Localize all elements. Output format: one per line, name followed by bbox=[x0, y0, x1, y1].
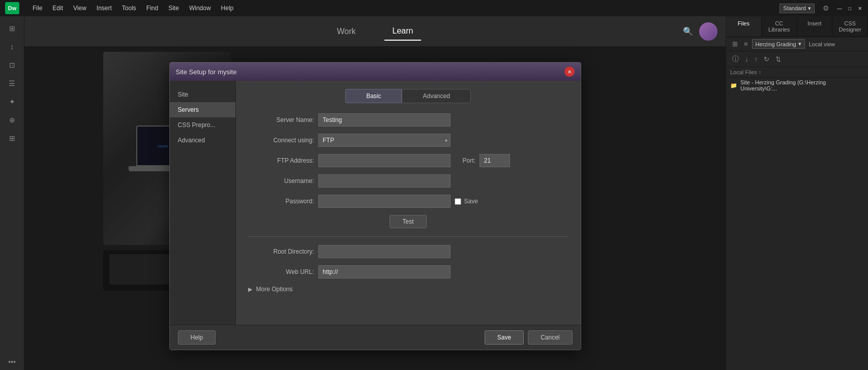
rp-icon-refresh[interactable]: ↻ bbox=[762, 54, 771, 64]
user-avatar[interactable] bbox=[699, 22, 717, 41]
menu-file[interactable]: File bbox=[28, 3, 46, 14]
dialog-close-button[interactable]: ✕ bbox=[564, 67, 575, 77]
connect-using-select[interactable]: FTP SFTP FTP over SSL/TLS Local/Network … bbox=[318, 134, 451, 147]
sidebar-icon-tools[interactable]: ✦ bbox=[3, 94, 21, 110]
rp-icon-sync[interactable]: ⇅ bbox=[773, 54, 783, 64]
tab-learn[interactable]: Learn bbox=[384, 22, 422, 41]
rp-icon-grid[interactable]: ⊞ bbox=[730, 39, 740, 49]
ftp-address-label: FTP Address: bbox=[248, 157, 314, 164]
main-content: Work Learn 🔍 mysite.html Respon bbox=[24, 16, 726, 370]
server-name-input[interactable] bbox=[318, 113, 451, 127]
tab-work[interactable]: Work bbox=[329, 23, 364, 40]
rp-view-label: Local view bbox=[809, 41, 835, 47]
menu-view[interactable]: View bbox=[69, 3, 91, 14]
rp-icon-down[interactable]: ↓ bbox=[743, 54, 751, 64]
chevron-right-icon: ▶ bbox=[248, 286, 252, 293]
rp-dropdown-grading[interactable]: Herzing Grading ▾ bbox=[752, 39, 805, 49]
save-button[interactable]: Save bbox=[485, 330, 524, 345]
menu-window[interactable]: Window bbox=[185, 3, 215, 14]
sidebar-icon-upload[interactable]: ↕ bbox=[3, 39, 21, 55]
password-input[interactable] bbox=[318, 195, 451, 208]
search-icon[interactable]: 🔍 bbox=[683, 26, 693, 36]
port-label: Port: bbox=[463, 157, 475, 164]
sidebar-icon-list[interactable]: ☰ bbox=[3, 75, 21, 91]
cancel-button[interactable]: Cancel bbox=[528, 330, 572, 345]
app-container: ⊞ ↕ ⊡ ☰ ✦ ⊕ ⊞ ••• Work Learn 🔍 bbox=[0, 16, 868, 370]
menu-bar: File Edit View Insert Tools Find Site Wi… bbox=[28, 3, 237, 14]
root-directory-input[interactable] bbox=[318, 245, 451, 258]
rp-toolbar-2: ⓘ ↓ ↑ ↻ ⇅ bbox=[726, 51, 868, 67]
root-directory-label: Root Directory: bbox=[248, 248, 314, 255]
profile-dropdown[interactable]: Standard ▾ bbox=[780, 4, 815, 13]
dialog-nav-servers[interactable]: Servers bbox=[170, 102, 235, 117]
username-row: Username: bbox=[248, 174, 568, 188]
rp-icon-info[interactable]: ⓘ bbox=[730, 53, 741, 65]
site-setup-dialog: Site Setup for mysite ✕ Site Servers CSS… bbox=[169, 62, 581, 350]
right-panel: Files CC Libraries Insert CSS Designer ⊞… bbox=[726, 16, 868, 370]
minimize-button[interactable]: — bbox=[835, 4, 844, 12]
title-bar-controls: Standard ▾ ⚙ — □ ✕ bbox=[780, 4, 864, 13]
dialog-sidebar: Site Servers CSS Prepro... Advanced bbox=[170, 81, 236, 325]
rp-tab-files[interactable]: Files bbox=[726, 16, 762, 37]
divider bbox=[248, 236, 568, 237]
rp-tab-insert[interactable]: Insert bbox=[797, 16, 833, 37]
rp-tab-css-designer[interactable]: CSS Designer bbox=[832, 16, 868, 37]
rp-icon-list[interactable]: ≡ bbox=[742, 39, 750, 49]
rp-icon-up[interactable]: ↑ bbox=[753, 54, 760, 64]
right-panel-tabs: Files CC Libraries Insert CSS Designer bbox=[726, 16, 868, 37]
help-button[interactable]: Help bbox=[178, 330, 216, 345]
port-input[interactable] bbox=[480, 154, 510, 167]
tab-advanced[interactable]: Advanced bbox=[402, 89, 470, 103]
server-name-label: Server Name: bbox=[248, 116, 314, 124]
test-btn-row: Test bbox=[248, 215, 568, 228]
connect-using-wrapper: FTP SFTP FTP over SSL/TLS Local/Network … bbox=[318, 134, 451, 147]
dialog-nav-site[interactable]: Site bbox=[170, 87, 235, 102]
content-area: mysite.html Responsive web design basics… bbox=[24, 47, 726, 370]
app-logo: Dw bbox=[4, 0, 20, 16]
sidebar-icon-search[interactable]: ⊕ bbox=[3, 112, 21, 128]
rp-tab-cc-libraries[interactable]: CC Libraries bbox=[762, 16, 797, 37]
connect-using-label: Connect using: bbox=[248, 137, 314, 144]
connect-using-row: Connect using: FTP SFTP FTP over SSL/TLS… bbox=[248, 134, 568, 147]
server-name-row: Server Name: bbox=[248, 113, 568, 127]
sidebar-icon-layers[interactable]: ⊞ bbox=[3, 130, 21, 146]
web-url-row: Web URL: bbox=[248, 265, 568, 279]
dialog-tabs: Basic Advanced bbox=[248, 89, 568, 103]
tab-basic[interactable]: Basic bbox=[345, 89, 402, 103]
menu-insert[interactable]: Insert bbox=[93, 3, 116, 14]
rp-toolbar: ⊞ ≡ Herzing Grading ▾ Local view bbox=[726, 37, 868, 51]
left-sidebar: ⊞ ↕ ⊡ ☰ ✦ ⊕ ⊞ ••• bbox=[0, 16, 24, 370]
file-item-herzing[interactable]: 📁 Site - Herzing Grading (G:\Herzing Uni… bbox=[726, 78, 868, 93]
menu-tools[interactable]: Tools bbox=[118, 3, 140, 14]
test-button[interactable]: Test bbox=[390, 215, 426, 228]
save-checkbox-row: Save bbox=[455, 198, 478, 205]
password-row: Password: Save bbox=[248, 195, 568, 208]
dialog-main: Basic Advanced Server Name: Connect usin… bbox=[236, 81, 581, 325]
menu-site[interactable]: Site bbox=[164, 3, 183, 14]
title-bar-left: Dw File Edit View Insert Tools Find Site… bbox=[4, 0, 237, 16]
root-directory-row: Root Directory: bbox=[248, 245, 568, 258]
dialog-body: Site Servers CSS Prepro... Advanced Basi… bbox=[170, 81, 581, 325]
close-button[interactable]: ✕ bbox=[856, 4, 864, 12]
menu-find[interactable]: Find bbox=[142, 3, 162, 14]
more-options-row[interactable]: ▶ More Options bbox=[248, 286, 568, 293]
settings-icon[interactable]: ⚙ bbox=[823, 4, 829, 12]
sidebar-icon-browser[interactable]: ⊡ bbox=[3, 57, 21, 73]
web-url-input[interactable] bbox=[318, 265, 451, 279]
username-input[interactable] bbox=[318, 174, 451, 188]
dialog-title: Site Setup for mysite bbox=[176, 68, 237, 76]
save-password-checkbox[interactable] bbox=[455, 198, 461, 205]
ftp-address-input[interactable] bbox=[318, 154, 451, 167]
sidebar-icon-expand[interactable]: ⊞ bbox=[3, 20, 21, 37]
save-password-label: Save bbox=[464, 198, 478, 205]
maximize-button[interactable]: □ bbox=[846, 4, 854, 12]
menu-help[interactable]: Help bbox=[217, 3, 238, 14]
dialog-footer: Help Save Cancel bbox=[170, 325, 581, 350]
top-nav: Work Learn 🔍 bbox=[24, 16, 726, 47]
sidebar-icon-more[interactable]: ••• bbox=[3, 354, 21, 370]
dialog-title-bar: Site Setup for mysite ✕ bbox=[170, 63, 581, 81]
dialog-nav-css[interactable]: CSS Prepro... bbox=[170, 117, 235, 133]
menu-edit[interactable]: Edit bbox=[48, 3, 67, 14]
footer-right-buttons: Save Cancel bbox=[485, 330, 573, 345]
dialog-nav-advanced[interactable]: Advanced bbox=[170, 133, 235, 148]
